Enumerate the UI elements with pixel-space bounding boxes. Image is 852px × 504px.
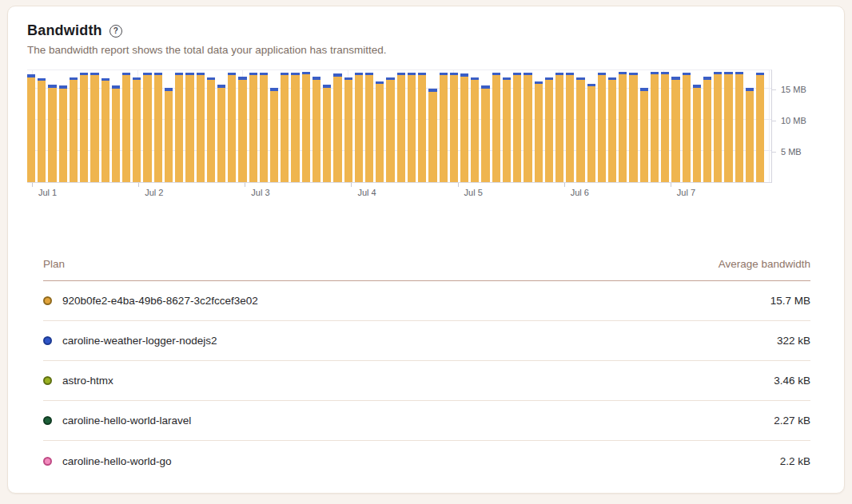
- bar[interactable]: [703, 77, 711, 182]
- x-axis-tick: [351, 183, 352, 187]
- bar-segment-orange: [481, 89, 489, 182]
- bar[interactable]: [281, 73, 289, 182]
- bar[interactable]: [344, 77, 352, 182]
- bar[interactable]: [260, 73, 268, 182]
- bar-segment-orange: [440, 75, 448, 182]
- plan-cell: caroline-hello-world-laravel: [43, 415, 191, 427]
- bar-segment-orange: [756, 75, 764, 182]
- table-body: 920b0fe2-e4ba-49b6-8627-3c2fccef3e0215.7…: [43, 281, 810, 481]
- bar[interactable]: [576, 77, 584, 182]
- bar-segment-orange: [428, 92, 436, 182]
- bar[interactable]: [724, 72, 732, 182]
- bar[interactable]: [197, 73, 205, 182]
- y-axis-tick: [772, 152, 776, 153]
- bar-segment-orange: [651, 74, 659, 182]
- bar[interactable]: [217, 85, 225, 182]
- bar[interactable]: [313, 77, 320, 182]
- bar-segment-orange: [629, 75, 637, 182]
- bar[interactable]: [112, 85, 120, 182]
- bar[interactable]: [513, 73, 521, 182]
- bar[interactable]: [291, 73, 299, 182]
- bar[interactable]: [566, 73, 574, 182]
- bar-segment-orange: [48, 88, 56, 182]
- bar[interactable]: [440, 73, 448, 182]
- bar-segment-orange: [27, 77, 35, 182]
- bar[interactable]: [302, 72, 310, 182]
- bar[interactable]: [460, 73, 468, 182]
- bandwidth-report-card: Bandwidth ? The bandwidth report shows t…: [7, 6, 845, 494]
- bar[interactable]: [608, 77, 616, 182]
- bar[interactable]: [683, 73, 691, 182]
- bar[interactable]: [481, 85, 489, 182]
- bar-segment-orange: [397, 75, 405, 182]
- bar[interactable]: [418, 73, 426, 182]
- x-axis-label: Jul 6: [571, 188, 589, 197]
- bar-segment-orange: [640, 91, 648, 182]
- bar[interactable]: [175, 73, 183, 182]
- bar[interactable]: [651, 72, 659, 182]
- bar[interactable]: [122, 73, 130, 182]
- bar[interactable]: [428, 89, 436, 182]
- bar[interactable]: [102, 78, 109, 182]
- bar[interactable]: [555, 73, 563, 182]
- bar[interactable]: [376, 81, 384, 182]
- bar[interactable]: [535, 81, 543, 182]
- bar[interactable]: [185, 73, 193, 182]
- bar[interactable]: [165, 88, 173, 182]
- bar[interactable]: [492, 73, 500, 182]
- bar-segment-orange: [302, 74, 310, 182]
- bar[interactable]: [90, 73, 98, 182]
- bar[interactable]: [154, 73, 162, 182]
- bar[interactable]: [598, 73, 606, 182]
- bar[interactable]: [249, 73, 257, 182]
- bar[interactable]: [629, 73, 637, 182]
- bar[interactable]: [524, 73, 532, 182]
- bar[interactable]: [238, 77, 246, 182]
- bar[interactable]: [70, 77, 78, 182]
- bar-segment-orange: [376, 84, 384, 182]
- bar[interactable]: [746, 88, 754, 182]
- y-axis-label: 5 MB: [781, 147, 802, 157]
- bar[interactable]: [450, 73, 458, 182]
- average-bandwidth-value: 2.27 kB: [774, 415, 810, 427]
- bar[interactable]: [714, 72, 722, 182]
- bar[interactable]: [661, 72, 669, 182]
- bar[interactable]: [503, 77, 511, 182]
- bar[interactable]: [59, 85, 67, 182]
- bar[interactable]: [671, 77, 679, 182]
- bar[interactable]: [756, 73, 764, 182]
- bar[interactable]: [640, 88, 648, 182]
- bar[interactable]: [38, 78, 46, 182]
- bar[interactable]: [365, 73, 373, 182]
- bar-segment-orange: [524, 75, 532, 182]
- bar-segment-orange: [555, 75, 563, 182]
- bar[interactable]: [133, 77, 141, 182]
- bar[interactable]: [333, 73, 341, 182]
- bar[interactable]: [386, 77, 394, 182]
- bar-segment-orange: [545, 80, 553, 182]
- bar[interactable]: [143, 73, 151, 182]
- bar[interactable]: [207, 77, 215, 182]
- bar[interactable]: [323, 85, 331, 182]
- bar[interactable]: [693, 85, 701, 182]
- bar[interactable]: [397, 73, 405, 182]
- bar[interactable]: [270, 88, 278, 182]
- x-axis-tick: [458, 183, 459, 187]
- bar-segment-orange: [386, 80, 394, 182]
- bar[interactable]: [587, 84, 595, 182]
- bar[interactable]: [48, 85, 56, 182]
- help-icon[interactable]: ?: [109, 25, 122, 38]
- bar-segment-orange: [408, 75, 416, 182]
- bar[interactable]: [355, 73, 363, 182]
- bar[interactable]: [545, 77, 553, 182]
- bar-segment-orange: [503, 80, 511, 182]
- bar-segment-orange: [714, 74, 722, 182]
- bar[interactable]: [471, 77, 479, 182]
- bar-segment-orange: [492, 75, 500, 182]
- bar[interactable]: [80, 73, 88, 182]
- bar[interactable]: [408, 73, 416, 182]
- bar[interactable]: [619, 72, 627, 182]
- bar[interactable]: [228, 73, 236, 182]
- bar[interactable]: [735, 72, 743, 182]
- bar[interactable]: [27, 74, 35, 182]
